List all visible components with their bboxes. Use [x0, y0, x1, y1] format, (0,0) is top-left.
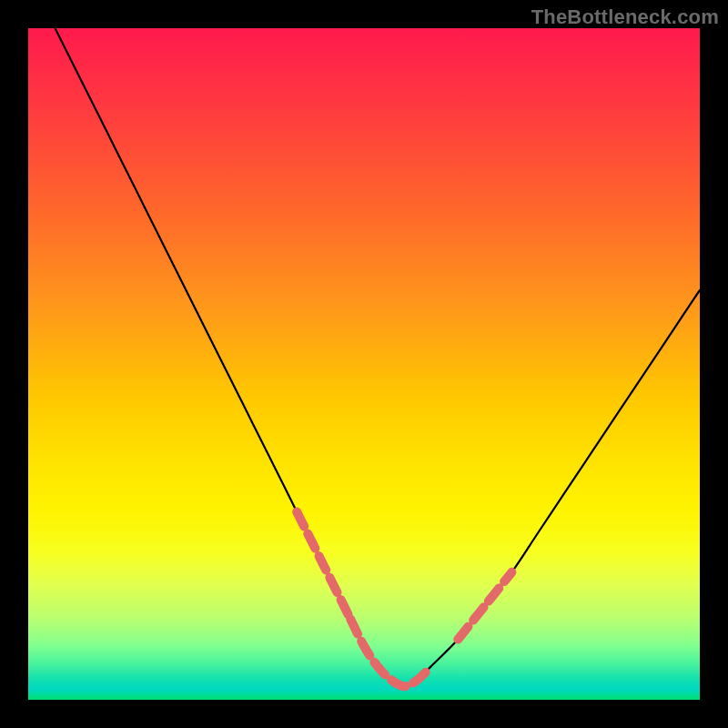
highlight-right-ascent: [458, 572, 511, 640]
plot-area: [28, 28, 700, 700]
watermark-text: TheBottleneck.com: [531, 5, 719, 29]
highlight-left-descent: [297, 511, 350, 619]
chart-svg: [28, 28, 700, 700]
highlight-valley-floor: [350, 619, 431, 686]
chart-frame: TheBottleneck.com: [0, 0, 728, 728]
bottleneck-curve: [56, 28, 701, 686]
